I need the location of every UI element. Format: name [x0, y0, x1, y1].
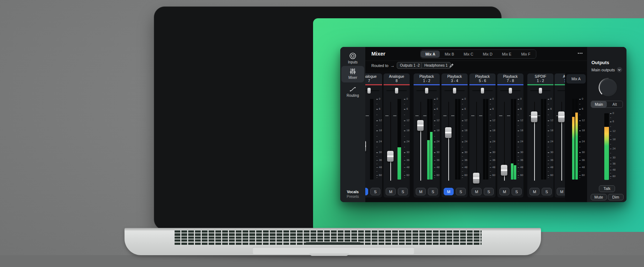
mute-solo-row: M S	[497, 188, 523, 195]
channel-header[interactable]: Playback 1 - 2	[414, 73, 440, 84]
mute-solo-row: M S	[527, 188, 553, 195]
channel-header[interactable]: S/PDIF 1 - 2	[527, 73, 553, 84]
fader-handle[interactable]	[445, 127, 452, 138]
meter-bar	[486, 99, 488, 180]
meter-bar	[483, 99, 486, 180]
sidebar-item-mixer[interactable]: Mixer	[341, 66, 364, 82]
mute-solo-row: M S	[414, 188, 440, 195]
sidebar-item-routing[interactable]: Routing	[341, 84, 364, 100]
channel-mute-button[interactable]: M	[365, 188, 368, 195]
channel-header[interactable]: Analogue 8	[384, 73, 410, 84]
tab-mix-d[interactable]: Mix D	[478, 51, 497, 58]
pan-handle[interactable]	[509, 88, 512, 94]
channel-type-color-bar	[441, 84, 468, 85]
unity-mark	[451, 115, 454, 116]
unity-mark	[443, 115, 447, 116]
channel-solo-button[interactable]: S	[456, 188, 466, 195]
laptop-screen: Inputs Mixer	[313, 18, 644, 232]
fader-handle[interactable]	[558, 111, 565, 122]
channel-header[interactable]: Playback 7 - 8	[497, 73, 523, 84]
meter-bar	[397, 99, 401, 180]
channel-name: S/PDIF	[527, 75, 553, 78]
mute-solo-row: M S	[384, 188, 410, 195]
channel-mute-button[interactable]: M	[444, 188, 454, 195]
output-selector[interactable]: Main outputs	[591, 67, 622, 72]
output-volume-knob[interactable]	[598, 77, 619, 98]
tab-mix-f[interactable]: Mix F	[516, 51, 535, 58]
mute-button[interactable]: Mute	[591, 194, 607, 200]
channel-header[interactable]: Analogue 7	[365, 73, 382, 84]
pan-handle[interactable]	[539, 88, 542, 94]
channel-number: 3 - 4	[441, 79, 468, 83]
mode-button-alt[interactable]: Alt	[607, 101, 623, 108]
channel-strip: Playback 1 - 2 0612182430364860 M S	[414, 73, 440, 197]
meter-bar	[370, 99, 374, 180]
channel-header[interactable]: Playback 3 - 4	[441, 73, 468, 84]
channel-solo-button[interactable]: S	[398, 188, 408, 195]
channel-mute-button[interactable]: M	[386, 188, 396, 195]
meter-scale: 0612182430364860	[376, 99, 383, 180]
mix-meter-scale: 0612182430364860	[579, 99, 586, 180]
tab-mix-e[interactable]: Mix E	[497, 51, 516, 58]
channel-solo-button[interactable]: S	[484, 188, 494, 195]
channel-name: Playback	[497, 75, 523, 78]
pan-handle[interactable]	[481, 88, 484, 94]
channel-solo-button[interactable]: S	[370, 188, 380, 195]
page-title: Mixer	[371, 51, 385, 57]
unity-mark	[499, 115, 502, 116]
channel-solo-button[interactable]: S	[512, 188, 522, 195]
fader-handle[interactable]	[473, 173, 479, 183]
chevron-down-icon	[617, 67, 622, 72]
channel-strip: Playback 5 - 6 0612182430364860 M S	[469, 73, 496, 197]
arrow-right-icon: →	[390, 63, 395, 68]
meter-scale: 0612182430364860	[548, 99, 554, 180]
pan-handle[interactable]	[425, 88, 428, 94]
sidebar-item-inputs[interactable]: Inputs	[341, 51, 364, 67]
preset-selector[interactable]: Vocals Presets	[340, 190, 365, 199]
mix-tabs: Mix AMix BMix CMix DMix EMix F	[420, 49, 536, 59]
channel-name: Playback	[469, 75, 496, 78]
channel-type-color-bar	[527, 84, 553, 85]
channel-solo-button[interactable]: S	[428, 188, 438, 195]
mode-button-main[interactable]: Main	[591, 101, 607, 108]
destination-chip-outputs[interactable]: Outputs 1 -2	[397, 62, 423, 69]
unity-mark	[471, 115, 474, 116]
unity-mark	[423, 115, 426, 116]
ellipsis-menu-icon[interactable]	[578, 53, 584, 54]
monitor-mode-toggle: MainAlt	[591, 101, 623, 108]
channel-solo-button[interactable]: S	[542, 188, 552, 195]
fader-handle[interactable]	[501, 165, 507, 176]
destination-chip-headphones[interactable]: Headphones 1	[421, 62, 451, 69]
channel-mute-button[interactable]: M	[530, 188, 540, 195]
channel-name: Analogue	[365, 75, 382, 78]
fader-handle[interactable]	[531, 111, 537, 122]
unity-mark	[366, 115, 369, 116]
channel-mute-button[interactable]: M	[472, 188, 482, 195]
mix-bus-label: Mix A	[566, 74, 586, 84]
laptop-lid: Inputs Mixer	[154, 6, 502, 230]
channel-mute-button[interactable]: M	[416, 188, 426, 195]
fader-handle[interactable]	[417, 120, 424, 131]
fader-track-lower	[448, 133, 449, 181]
meter-scale: 0612182430364860	[518, 99, 524, 180]
fader-handle[interactable]	[387, 151, 394, 162]
pan-handle[interactable]	[395, 88, 398, 94]
fader-handle[interactable]	[365, 141, 366, 152]
channel-name: Playback	[441, 75, 468, 78]
channel-mute-button[interactable]: M	[499, 188, 509, 195]
channel-number: 1 - 2	[414, 79, 440, 83]
talk-button[interactable]: Talk	[599, 185, 615, 192]
meter-bar	[427, 99, 430, 180]
pan-handle[interactable]	[367, 88, 371, 94]
meter-bar	[455, 99, 458, 180]
mute-solo-row: M S	[441, 188, 468, 195]
pencil-icon[interactable]	[449, 63, 454, 69]
unity-mark	[479, 115, 482, 116]
tab-mix-a[interactable]: Mix A	[421, 51, 440, 58]
dim-button[interactable]: Dim	[608, 194, 624, 200]
tab-mix-c[interactable]: Mix C	[459, 51, 478, 58]
pan-handle[interactable]	[453, 88, 456, 94]
tab-mix-b[interactable]: Mix B	[440, 51, 459, 58]
preset-name: Vocals	[340, 190, 365, 194]
channel-header[interactable]: Playback 5 - 6	[469, 73, 496, 84]
